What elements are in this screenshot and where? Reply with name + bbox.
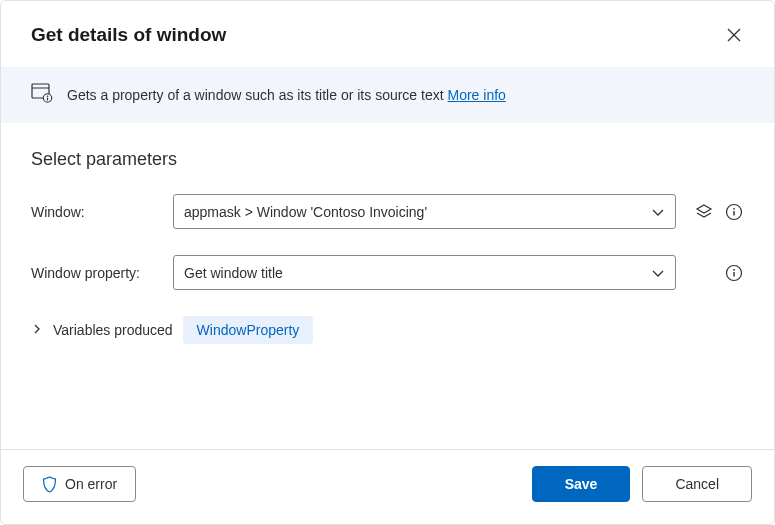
- window-value: appmask > Window 'Contoso Invoicing': [184, 204, 427, 220]
- window-info-button[interactable]: [724, 202, 744, 222]
- save-button[interactable]: Save: [532, 466, 631, 502]
- window-property-value: Get window title: [184, 265, 283, 281]
- cancel-button[interactable]: Cancel: [642, 466, 752, 502]
- info-desc: Gets a property of a window such as its …: [67, 87, 448, 103]
- dialog-title: Get details of window: [31, 24, 226, 46]
- window-property-info-button[interactable]: [724, 263, 744, 283]
- info-banner: Gets a property of a window such as its …: [1, 67, 774, 123]
- window-label: Window:: [31, 204, 165, 220]
- close-button[interactable]: [720, 21, 748, 49]
- svg-point-6: [733, 207, 735, 209]
- window-details-icon: [31, 83, 53, 107]
- info-text: Gets a property of a window such as its …: [67, 87, 506, 103]
- variable-pill[interactable]: WindowProperty: [183, 316, 314, 344]
- more-info-link[interactable]: More info: [448, 87, 506, 103]
- window-property-label: Window property:: [31, 265, 165, 281]
- layers-icon: [695, 203, 713, 221]
- chevron-down-icon: [651, 266, 665, 280]
- ui-element-picker-button[interactable]: [694, 202, 714, 222]
- window-select[interactable]: appmask > Window 'Contoso Invoicing': [173, 194, 676, 229]
- window-property-select[interactable]: Get window title: [173, 255, 676, 290]
- variables-produced-label: Variables produced: [53, 322, 173, 338]
- variables-expand-toggle[interactable]: [31, 321, 43, 339]
- on-error-button[interactable]: On error: [23, 466, 136, 502]
- on-error-label: On error: [65, 476, 117, 492]
- section-title: Select parameters: [31, 149, 744, 170]
- svg-point-9: [733, 268, 735, 270]
- chevron-right-icon: [31, 323, 43, 335]
- info-icon: [725, 264, 743, 282]
- chevron-down-icon: [651, 205, 665, 219]
- shield-icon: [42, 476, 57, 493]
- close-icon: [727, 28, 741, 42]
- info-icon: [725, 203, 743, 221]
